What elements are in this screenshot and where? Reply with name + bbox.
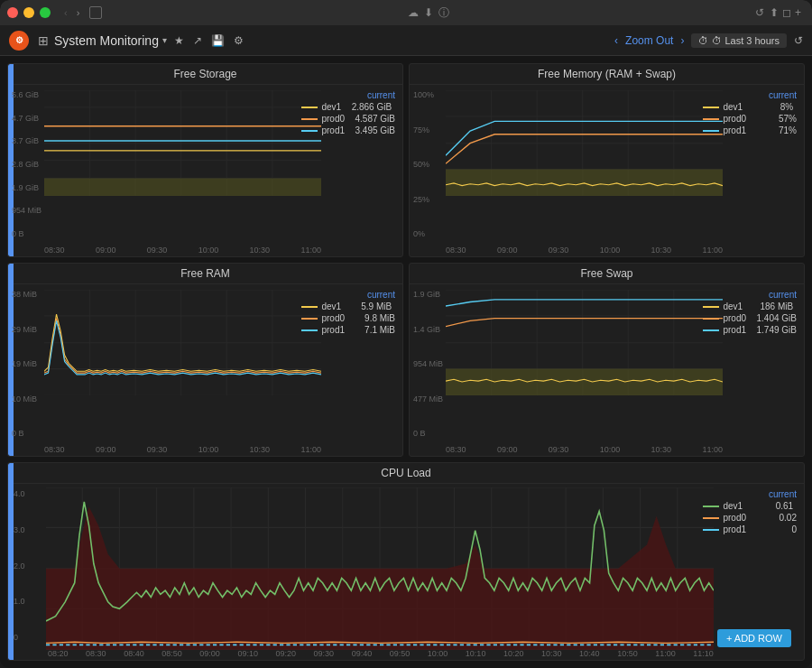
clock-icon: ⏱ [698,35,708,46]
window-controls [7,7,51,18]
legend-item: dev1 5.9 MiB [301,302,395,311]
maximize-button[interactable] [40,7,51,18]
legend-item: dev1 186 MiB [703,302,797,311]
free-swap-y-axis: 1.9 GiB 1.4 GiB 954 MiB 477 MiB 0 B [413,290,443,438]
legend-item: prod1 71% [703,125,797,135]
free-memory-legend: current dev1 8% prod0 57% prod1 71 [703,90,797,137]
legend-item: prod0 1.404 GiB [703,313,797,323]
legend-item: prod1 3.495 GiB [301,125,395,135]
cpu-load-chart [46,487,714,650]
row-1: Free Storage 5.6 GiB 4.7 GiB 3.7 GiB 2.8… [7,63,805,257]
cpu-load-panel: CPU Load 4.0 3.0 2.0 1.0 0 [7,462,805,661]
free-swap-chart [446,290,723,395]
free-memory-panel: Free Memory (RAM + Swap) 100% 75% 50% 25… [409,63,805,257]
refresh-icon[interactable]: ↺ [794,34,803,47]
free-memory-chart [446,90,723,196]
free-storage-legend: current dev1 2.866 GiB prod0 4.587 GiB p… [301,90,395,137]
tab-square [89,6,102,19]
free-ram-chart [44,290,321,395]
grafana-logo: ⚙ [9,31,29,51]
legend-item: prod1 0 [703,524,797,534]
free-storage-x-axis: 08:30 09:00 09:30 10:00 10:30 11:00 [44,246,321,255]
legend-item: prod1 1.749 GiB [703,325,797,335]
free-ram-body: 38 MiB 29 MiB 19 MiB 10 MiB 0 B [8,284,402,456]
bookmark-icon[interactable]: ◻ [782,6,791,19]
forward-button[interactable]: › [74,7,83,18]
share-dashboard-icon[interactable]: ↗ [193,34,202,47]
cpu-load-x-axis: 08:20 08:30 08:40 08:50 09:00 09:10 09:2… [48,649,714,658]
address-bar: ☁ ⬇ ⓘ [102,5,755,21]
legend-item: dev1 8% [703,102,797,112]
free-storage-panel: Free Storage 5.6 GiB 4.7 GiB 3.7 GiB 2.8… [7,63,403,257]
legend-item: dev1 0.61 [703,501,797,511]
free-memory-x-axis: 08:30 09:00 09:30 10:00 10:30 11:00 [446,246,723,255]
close-button[interactable] [7,7,18,18]
dashboard: Free Storage 5.6 GiB 4.7 GiB 3.7 GiB 2.8… [0,56,812,668]
free-swap-panel: Free Swap 1.9 GiB 1.4 GiB 954 MiB 477 Mi… [409,263,805,457]
free-storage-chart [44,90,321,196]
zoom-out-left[interactable]: ‹ [614,34,618,47]
nav-arrows: ‹ › [61,7,82,18]
free-ram-panel: Free RAM 38 MiB 29 MiB 19 MiB 10 MiB 0 B [7,263,403,457]
tab-bar: ⚙ ⊞ System Monitoring ▾ ★ ↗ 💾 ⚙ ‹ Zoom O… [0,25,812,56]
new-tab-icon[interactable]: + [795,6,801,19]
free-ram-x-axis: 08:30 09:00 09:30 10:00 10:30 11:00 [44,445,321,454]
legend-item: prod0 0.02 [703,513,797,523]
svg-marker-12 [44,179,321,197]
free-swap-legend: current dev1 186 MiB prod0 1.404 GiB pro… [703,290,797,337]
time-range[interactable]: ⏱ ⏱ Last 3 hours [691,33,787,48]
dashboard-dropdown[interactable]: ▾ [162,35,167,45]
back-button[interactable]: ‹ [61,7,70,18]
info-icon: ⓘ [438,5,449,21]
cloud-icon: ☁ [408,6,419,19]
free-swap-title: Free Swap [410,264,804,284]
free-storage-body: 5.6 GiB 4.7 GiB 3.7 GiB 2.8 GiB 1.9 GiB … [8,85,402,256]
free-ram-legend: current dev1 5.9 MiB prod0 9.8 MiB prod1 [301,290,395,337]
legend-item: prod0 9.8 MiB [301,313,395,323]
free-swap-body: 1.9 GiB 1.4 GiB 954 MiB 477 MiB 0 B [410,284,804,456]
free-storage-title: Free Storage [8,64,402,85]
cpu-load-legend: current dev1 0.61 prod0 0.02 prod1 0 [703,489,797,536]
dashboard-title: System Monitoring [54,33,159,48]
add-row-button[interactable]: + ADD ROW [717,629,791,647]
download-icon: ⬇ [424,6,433,19]
free-storage-y-axis: 5.6 GiB 4.7 GiB 3.7 GiB 2.8 GiB 1.9 GiB … [12,90,42,238]
title-bar: ‹ › ☁ ⬇ ⓘ ↺ ⬆ ◻ + [0,0,812,25]
free-memory-title: Free Memory (RAM + Swap) [410,64,804,85]
free-ram-title: Free RAM [8,264,402,284]
time-range-label: ⏱ Last 3 hours [712,35,780,46]
tab-actions: ★ ↗ 💾 ⚙ [174,34,244,47]
legend-item: dev1 2.866 GiB [301,102,395,112]
row-2: Free RAM 38 MiB 29 MiB 19 MiB 10 MiB 0 B [7,263,805,457]
minimize-button[interactable] [23,7,34,18]
free-ram-y-axis: 38 MiB 29 MiB 19 MiB 10 MiB 0 B [12,290,37,438]
star-icon[interactable]: ★ [174,34,184,47]
free-memory-y-axis: 100% 75% 50% 25% 0% [413,90,434,238]
refresh-title-icon[interactable]: ↺ [755,6,764,19]
cpu-load-title: CPU Load [8,463,804,484]
legend-item: prod1 7.1 MiB [301,325,395,335]
cpu-load-y-axis: 4.0 3.0 2.0 1.0 0 [14,489,25,642]
zoom-out-label[interactable]: Zoom Out [625,34,673,47]
cpu-load-body: 4.0 3.0 2.0 1.0 0 [8,484,804,660]
tab-right-controls: ‹ Zoom Out › ⏱ ⏱ Last 3 hours ↺ [614,33,803,48]
zoom-out-right[interactable]: › [680,34,684,47]
free-memory-body: 100% 75% 50% 25% 0% [410,85,804,256]
legend-item: prod0 57% [703,114,797,124]
svg-marker-44 [446,369,723,396]
save-icon[interactable]: 💾 [211,34,225,47]
settings-icon[interactable]: ⚙ [234,34,244,47]
grid-icon: ⊞ [38,33,49,48]
legend-item: prod0 4.587 GiB [301,114,395,124]
free-swap-x-axis: 08:30 09:00 09:30 10:00 10:30 11:00 [446,445,723,454]
share-icon[interactable]: ⬆ [770,6,779,19]
